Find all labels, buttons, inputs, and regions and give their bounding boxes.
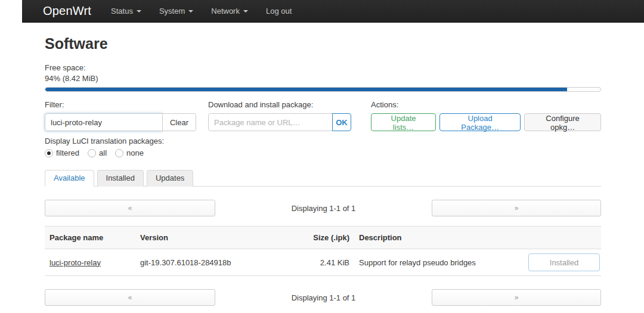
pagination-status: Displaying 1-1 of 1: [215, 293, 432, 302]
header-size: Size (.ipk): [286, 227, 354, 249]
tab-installed[interactable]: Installed: [97, 170, 144, 187]
radio-none[interactable]: [115, 149, 123, 157]
pagination-top: « Displaying 1-1 of 1 »: [45, 200, 601, 216]
menu-item-label: Log out: [266, 7, 292, 16]
prev-page-button[interactable]: «: [45, 289, 215, 306]
controls-row: Filter: Clear Download and install packa…: [45, 100, 601, 131]
radio-filtered[interactable]: [45, 149, 53, 157]
pagination-status: Displaying 1-1 of 1: [215, 204, 432, 213]
free-space-bar-fill: [45, 88, 567, 91]
radio-option-none[interactable]: none: [115, 148, 144, 157]
chevron-down-icon: [188, 10, 193, 13]
actions-label: Actions:: [371, 100, 601, 110]
radio-all[interactable]: [88, 149, 96, 157]
chevron-down-icon: [137, 10, 141, 13]
radio-label: filtered: [56, 148, 79, 157]
tab-updates[interactable]: Updates: [147, 170, 193, 187]
package-name-link[interactable]: luci-proto-relay: [49, 258, 101, 267]
menu-item-status[interactable]: Status: [102, 0, 150, 22]
free-space-label: Free space:: [45, 63, 601, 73]
next-page-button[interactable]: »: [432, 289, 601, 306]
installed-button[interactable]: Installed: [528, 253, 600, 271]
configure-opkg-button[interactable]: Configure opkg…: [524, 113, 601, 131]
pagination-bottom: « Displaying 1-1 of 1 »: [45, 289, 601, 306]
header-package-name: Package name: [45, 227, 135, 249]
download-label: Download and install package:: [208, 100, 351, 110]
radio-label: none: [126, 148, 144, 157]
free-space-section: Free space: 94% (8.42 MiB): [45, 63, 601, 92]
package-description: Support for relayd pseudo bridges: [354, 249, 524, 276]
radio-option-all[interactable]: all: [88, 148, 107, 157]
filter-group: Filter: Clear: [45, 100, 196, 131]
next-page-button[interactable]: »: [432, 200, 601, 216]
filter-label: Filter:: [45, 100, 196, 110]
main-menu: Status System Network Log out: [102, 0, 301, 22]
menu-item-label: System: [159, 7, 185, 16]
table-header-row: Package name Version Size (.ipk) Descrip…: [45, 227, 601, 249]
filter-input[interactable]: [45, 113, 163, 131]
page-content: Software Free space: 94% (8.42 MiB) Filt…: [45, 35, 601, 306]
translation-label: Display LuCI translation packages:: [45, 137, 601, 145]
package-tabs: Available Installed Updates: [45, 170, 601, 187]
top-navbar: OpenWrt Status System Network Log out: [22, 0, 644, 23]
menu-item-label: Network: [211, 7, 240, 16]
header-description: Description: [354, 227, 524, 249]
package-version: git-19.307.61018-284918b: [135, 249, 286, 276]
ok-button[interactable]: OK: [332, 113, 351, 131]
header-version: Version: [135, 227, 286, 249]
chevron-down-icon: [243, 10, 248, 13]
package-url-input[interactable]: [208, 113, 333, 131]
free-space-value: 94% (8.42 MiB): [45, 73, 601, 84]
upload-package-button[interactable]: Upload Package…: [439, 113, 521, 131]
header-action: [524, 227, 601, 249]
menu-item-logout[interactable]: Log out: [257, 0, 301, 22]
translation-section: Display LuCI translation packages: filte…: [45, 137, 601, 157]
radio-label: all: [99, 148, 107, 157]
menu-item-network[interactable]: Network: [202, 0, 257, 22]
download-group: Download and install package: OK: [208, 100, 351, 131]
actions-group: Actions: Update lists… Upload Package… C…: [371, 100, 601, 131]
radio-option-filtered[interactable]: filtered: [45, 148, 79, 157]
update-lists-button[interactable]: Update lists…: [371, 113, 436, 131]
package-table: Package name Version Size (.ipk) Descrip…: [45, 226, 601, 276]
tab-available[interactable]: Available: [45, 170, 94, 187]
prev-page-button[interactable]: «: [45, 200, 215, 216]
brand-logo: OpenWrt: [22, 4, 102, 18]
table-row: luci-proto-relay git-19.307.61018-284918…: [45, 249, 601, 276]
free-space-progressbar: [45, 87, 601, 92]
menu-item-system[interactable]: System: [150, 0, 202, 22]
menu-item-label: Status: [111, 7, 133, 16]
package-size: 2.41 KiB: [286, 249, 354, 276]
page-title: Software: [45, 35, 601, 52]
clear-button[interactable]: Clear: [162, 113, 196, 131]
